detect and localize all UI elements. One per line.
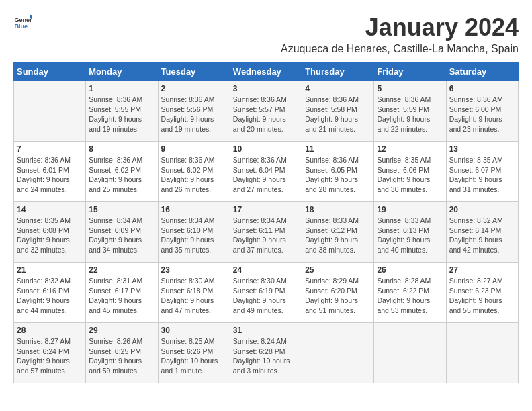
- day-number: 25: [305, 265, 371, 275]
- day-number: 26: [377, 265, 443, 275]
- calendar-cell: 12Sunrise: 8:35 AMSunset: 6:06 PMDayligh…: [374, 142, 446, 202]
- cell-content: Sunrise: 8:35 AMSunset: 6:08 PMDaylight:…: [17, 216, 83, 255]
- cell-content: Sunrise: 8:27 AMSunset: 6:23 PMDaylight:…: [449, 276, 515, 316]
- day-number: 30: [161, 326, 227, 335]
- weekday-header-wednesday: Wednesday: [230, 62, 302, 81]
- calendar-cell: [302, 323, 374, 383]
- day-number: 22: [89, 265, 154, 275]
- day-number: 4: [305, 84, 371, 93]
- calendar-cell: 30Sunrise: 8:25 AMSunset: 6:26 PMDayligh…: [158, 323, 230, 383]
- day-number: 10: [233, 144, 299, 154]
- calendar-cell: 7Sunrise: 8:36 AMSunset: 6:01 PMDaylight…: [14, 142, 86, 202]
- cell-content: Sunrise: 8:27 AMSunset: 6:24 PMDaylight:…: [17, 336, 83, 376]
- cell-content: Sunrise: 8:26 AMSunset: 6:25 PMDaylight:…: [89, 336, 154, 376]
- day-number: 9: [161, 144, 227, 154]
- cell-content: Sunrise: 8:36 AMSunset: 6:05 PMDaylight:…: [305, 155, 371, 195]
- calendar-cell: 22Sunrise: 8:31 AMSunset: 6:17 PMDayligh…: [86, 263, 158, 323]
- cell-content: Sunrise: 8:30 AMSunset: 6:19 PMDaylight:…: [233, 276, 299, 316]
- cell-content: Sunrise: 8:34 AMSunset: 6:11 PMDaylight:…: [233, 216, 299, 255]
- calendar-cell: 10Sunrise: 8:36 AMSunset: 6:04 PMDayligh…: [230, 142, 302, 202]
- cell-content: Sunrise: 8:33 AMSunset: 6:13 PMDaylight:…: [377, 216, 443, 255]
- calendar-cell: 23Sunrise: 8:30 AMSunset: 6:18 PMDayligh…: [158, 263, 230, 323]
- day-number: 14: [17, 205, 83, 214]
- cell-content: Sunrise: 8:35 AMSunset: 6:06 PMDaylight:…: [377, 155, 443, 195]
- location-subtitle: Azuqueca de Henares, Castille-La Mancha,…: [281, 43, 519, 55]
- calendar-cell: 21Sunrise: 8:32 AMSunset: 6:16 PMDayligh…: [14, 263, 86, 323]
- cell-content: Sunrise: 8:36 AMSunset: 5:56 PMDaylight:…: [161, 95, 227, 134]
- weekday-header-tuesday: Tuesday: [158, 62, 230, 81]
- calendar-cell: 13Sunrise: 8:35 AMSunset: 6:07 PMDayligh…: [446, 142, 518, 202]
- week-row-3: 14Sunrise: 8:35 AMSunset: 6:08 PMDayligh…: [14, 202, 519, 263]
- calendar-cell: 25Sunrise: 8:29 AMSunset: 6:20 PMDayligh…: [302, 263, 374, 323]
- day-number: 13: [449, 144, 515, 154]
- weekday-header-saturday: Saturday: [446, 62, 518, 81]
- day-number: 17: [233, 205, 299, 214]
- day-number: 21: [17, 265, 83, 275]
- weekday-header-thursday: Thursday: [302, 62, 374, 81]
- svg-marker-2: [30, 14, 32, 17]
- calendar-cell: 8Sunrise: 8:36 AMSunset: 6:02 PMDaylight…: [86, 142, 158, 202]
- day-number: 12: [377, 144, 443, 154]
- day-number: 1: [89, 84, 154, 93]
- calendar-cell: 29Sunrise: 8:26 AMSunset: 6:25 PMDayligh…: [86, 323, 158, 383]
- week-row-1: 1Sunrise: 8:36 AMSunset: 5:55 PMDaylight…: [14, 81, 519, 142]
- day-number: 3: [233, 84, 299, 93]
- cell-content: Sunrise: 8:24 AMSunset: 6:28 PMDaylight:…: [233, 336, 299, 376]
- weekday-header-friday: Friday: [374, 62, 446, 81]
- calendar-cell: 6Sunrise: 8:36 AMSunset: 6:00 PMDaylight…: [446, 81, 518, 142]
- week-row-5: 28Sunrise: 8:27 AMSunset: 6:24 PMDayligh…: [14, 323, 519, 383]
- day-number: 8: [89, 144, 154, 154]
- calendar-cell: 15Sunrise: 8:34 AMSunset: 6:09 PMDayligh…: [86, 202, 158, 263]
- calendar-cell: 28Sunrise: 8:27 AMSunset: 6:24 PMDayligh…: [14, 323, 86, 383]
- day-number: 6: [449, 84, 515, 93]
- calendar-cell: 14Sunrise: 8:35 AMSunset: 6:08 PMDayligh…: [14, 202, 86, 263]
- calendar-cell: 27Sunrise: 8:27 AMSunset: 6:23 PMDayligh…: [446, 263, 518, 323]
- cell-content: Sunrise: 8:25 AMSunset: 6:26 PMDaylight:…: [161, 336, 227, 376]
- cell-content: Sunrise: 8:36 AMSunset: 6:02 PMDaylight:…: [161, 155, 227, 195]
- day-number: 19: [377, 205, 443, 214]
- calendar-cell: 26Sunrise: 8:28 AMSunset: 6:22 PMDayligh…: [374, 263, 446, 323]
- month-title: January 2024: [281, 13, 519, 42]
- weekday-header-row: SundayMondayTuesdayWednesdayThursdayFrid…: [14, 62, 519, 81]
- cell-content: Sunrise: 8:36 AMSunset: 5:57 PMDaylight:…: [233, 95, 299, 134]
- cell-content: Sunrise: 8:36 AMSunset: 6:04 PMDaylight:…: [233, 155, 299, 195]
- calendar-cell: 5Sunrise: 8:36 AMSunset: 5:59 PMDaylight…: [374, 81, 446, 142]
- header: General Blue January 2024 Azuqueca de He…: [13, 13, 519, 55]
- calendar-cell: 31Sunrise: 8:24 AMSunset: 6:28 PMDayligh…: [230, 323, 302, 383]
- calendar-cell: 9Sunrise: 8:36 AMSunset: 6:02 PMDaylight…: [158, 142, 230, 202]
- day-number: 31: [233, 326, 299, 335]
- calendar-table: SundayMondayTuesdayWednesdayThursdayFrid…: [13, 62, 519, 383]
- day-number: 16: [161, 205, 227, 214]
- cell-content: Sunrise: 8:36 AMSunset: 5:55 PMDaylight:…: [89, 95, 154, 134]
- day-number: 20: [449, 205, 515, 214]
- day-number: 23: [161, 265, 227, 275]
- cell-content: Sunrise: 8:34 AMSunset: 6:10 PMDaylight:…: [161, 216, 227, 255]
- cell-content: Sunrise: 8:32 AMSunset: 6:14 PMDaylight:…: [449, 216, 515, 255]
- day-number: 5: [377, 84, 443, 93]
- cell-content: Sunrise: 8:36 AMSunset: 6:02 PMDaylight:…: [89, 155, 154, 195]
- cell-content: Sunrise: 8:33 AMSunset: 6:12 PMDaylight:…: [305, 216, 371, 255]
- calendar-cell: [374, 323, 446, 383]
- day-number: 27: [449, 265, 515, 275]
- day-number: 29: [89, 326, 154, 335]
- weekday-header-monday: Monday: [86, 62, 158, 81]
- calendar-cell: 17Sunrise: 8:34 AMSunset: 6:11 PMDayligh…: [230, 202, 302, 263]
- day-number: 15: [89, 205, 154, 214]
- day-number: 18: [305, 205, 371, 214]
- calendar-cell: 4Sunrise: 8:36 AMSunset: 5:58 PMDaylight…: [302, 81, 374, 142]
- cell-content: Sunrise: 8:29 AMSunset: 6:20 PMDaylight:…: [305, 276, 371, 316]
- day-number: 7: [17, 144, 83, 154]
- calendar-cell: 2Sunrise: 8:36 AMSunset: 5:56 PMDaylight…: [158, 81, 230, 142]
- week-row-4: 21Sunrise: 8:32 AMSunset: 6:16 PMDayligh…: [14, 263, 519, 323]
- cell-content: Sunrise: 8:36 AMSunset: 6:00 PMDaylight:…: [449, 95, 515, 134]
- cell-content: Sunrise: 8:36 AMSunset: 5:59 PMDaylight:…: [377, 95, 443, 134]
- cell-content: Sunrise: 8:34 AMSunset: 6:09 PMDaylight:…: [89, 216, 154, 255]
- cell-content: Sunrise: 8:35 AMSunset: 6:07 PMDaylight:…: [449, 155, 515, 195]
- cell-content: Sunrise: 8:36 AMSunset: 5:58 PMDaylight:…: [305, 95, 371, 134]
- svg-text:General: General: [14, 17, 32, 24]
- day-number: 2: [161, 84, 227, 93]
- day-number: 28: [17, 326, 83, 335]
- cell-content: Sunrise: 8:30 AMSunset: 6:18 PMDaylight:…: [161, 276, 227, 316]
- day-number: 24: [233, 265, 299, 275]
- calendar-cell: 11Sunrise: 8:36 AMSunset: 6:05 PMDayligh…: [302, 142, 374, 202]
